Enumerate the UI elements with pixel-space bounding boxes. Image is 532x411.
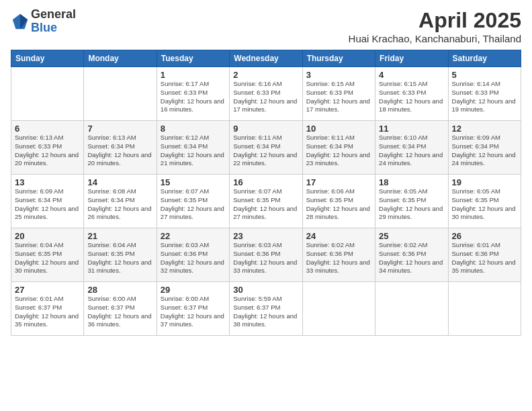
calendar-cell: 30Sunrise: 5:59 AM Sunset: 6:37 PM Dayli…: [230, 282, 302, 336]
day-number: 3: [306, 70, 371, 80]
day-number: 19: [452, 177, 517, 187]
day-info: Sunrise: 6:06 AM Sunset: 6:35 PM Dayligh…: [306, 187, 371, 222]
day-info: Sunrise: 6:12 AM Sunset: 6:34 PM Dayligh…: [161, 134, 226, 168]
calendar-cell: 28Sunrise: 6:00 AM Sunset: 6:37 PM Dayli…: [84, 282, 157, 336]
day-number: 9: [233, 124, 298, 134]
calendar-cell: 21Sunrise: 6:04 AM Sunset: 6:35 PM Dayli…: [84, 228, 157, 282]
calendar-cell: 15Sunrise: 6:07 AM Sunset: 6:35 PM Dayli…: [157, 175, 229, 228]
calendar-cell: 26Sunrise: 6:01 AM Sunset: 6:36 PM Dayli…: [448, 228, 521, 282]
day-number: 28: [87, 285, 152, 295]
calendar-week-3: 13Sunrise: 6:09 AM Sunset: 6:34 PM Dayli…: [11, 175, 521, 228]
weekday-header-sunday: Sunday: [11, 50, 84, 67]
calendar-cell: 8Sunrise: 6:12 AM Sunset: 6:34 PM Daylig…: [157, 121, 229, 175]
day-info: Sunrise: 6:01 AM Sunset: 6:36 PM Dayligh…: [452, 241, 517, 275]
calendar-cell: 11Sunrise: 6:10 AM Sunset: 6:34 PM Dayli…: [375, 121, 448, 175]
calendar-cell: 14Sunrise: 6:08 AM Sunset: 6:34 PM Dayli…: [84, 175, 157, 228]
calendar-cell: 9Sunrise: 6:11 AM Sunset: 6:34 PM Daylig…: [230, 121, 302, 175]
day-info: Sunrise: 6:17 AM Sunset: 6:33 PM Dayligh…: [161, 80, 226, 114]
day-info: Sunrise: 6:09 AM Sunset: 6:34 PM Dayligh…: [15, 187, 80, 222]
calendar-cell: 13Sunrise: 6:09 AM Sunset: 6:34 PM Dayli…: [11, 175, 84, 228]
day-info: Sunrise: 6:00 AM Sunset: 6:37 PM Dayligh…: [161, 295, 226, 329]
calendar-week-4: 20Sunrise: 6:04 AM Sunset: 6:35 PM Dayli…: [11, 228, 521, 282]
day-number: 29: [161, 285, 226, 295]
calendar-cell: 12Sunrise: 6:09 AM Sunset: 6:34 PM Dayli…: [448, 121, 521, 175]
day-number: 7: [87, 124, 152, 134]
calendar-cell: 29Sunrise: 6:00 AM Sunset: 6:37 PM Dayli…: [157, 282, 229, 336]
day-number: 25: [379, 231, 444, 241]
day-info: Sunrise: 6:13 AM Sunset: 6:33 PM Dayligh…: [15, 134, 80, 168]
calendar-cell: 17Sunrise: 6:06 AM Sunset: 6:35 PM Dayli…: [302, 175, 375, 228]
day-info: Sunrise: 6:13 AM Sunset: 6:34 PM Dayligh…: [87, 134, 152, 168]
day-info: Sunrise: 6:05 AM Sunset: 6:35 PM Dayligh…: [452, 187, 517, 222]
day-number: 16: [233, 177, 298, 187]
calendar-cell: 18Sunrise: 6:05 AM Sunset: 6:35 PM Dayli…: [375, 175, 448, 228]
calendar-cell: [84, 67, 157, 121]
location-title: Huai Krachao, Kanchanaburi, Thailand: [349, 33, 521, 44]
day-info: Sunrise: 6:07 AM Sunset: 6:35 PM Dayligh…: [161, 187, 226, 222]
calendar-cell: 16Sunrise: 6:07 AM Sunset: 6:35 PM Dayli…: [230, 175, 302, 228]
day-info: Sunrise: 6:11 AM Sunset: 6:34 PM Dayligh…: [233, 134, 298, 168]
calendar-cell: 23Sunrise: 6:03 AM Sunset: 6:36 PM Dayli…: [230, 228, 302, 282]
day-info: Sunrise: 6:04 AM Sunset: 6:35 PM Dayligh…: [15, 241, 80, 275]
day-number: 12: [452, 124, 517, 134]
day-info: Sunrise: 6:11 AM Sunset: 6:34 PM Dayligh…: [306, 134, 371, 168]
day-info: Sunrise: 5:59 AM Sunset: 6:37 PM Dayligh…: [233, 295, 298, 329]
calendar-cell: 1Sunrise: 6:17 AM Sunset: 6:33 PM Daylig…: [157, 67, 229, 121]
calendar-cell: 22Sunrise: 6:03 AM Sunset: 6:36 PM Dayli…: [157, 228, 229, 282]
calendar-cell: 6Sunrise: 6:13 AM Sunset: 6:33 PM Daylig…: [11, 121, 84, 175]
day-number: 20: [15, 231, 80, 241]
day-info: Sunrise: 6:03 AM Sunset: 6:36 PM Dayligh…: [161, 241, 226, 275]
day-number: 6: [15, 124, 80, 134]
calendar-cell: [375, 282, 448, 336]
day-info: Sunrise: 6:02 AM Sunset: 6:36 PM Dayligh…: [306, 241, 371, 275]
logo-general-text: General: [31, 8, 76, 21]
calendar-week-1: 1Sunrise: 6:17 AM Sunset: 6:33 PM Daylig…: [11, 67, 521, 121]
day-info: Sunrise: 6:04 AM Sunset: 6:35 PM Dayligh…: [87, 241, 152, 275]
day-number: 24: [306, 231, 371, 241]
day-info: Sunrise: 6:16 AM Sunset: 6:33 PM Dayligh…: [233, 80, 298, 114]
day-number: 27: [15, 285, 80, 295]
day-info: Sunrise: 6:09 AM Sunset: 6:34 PM Dayligh…: [452, 134, 517, 168]
calendar-cell: 5Sunrise: 6:14 AM Sunset: 6:33 PM Daylig…: [448, 67, 521, 121]
calendar-week-5: 27Sunrise: 6:01 AM Sunset: 6:37 PM Dayli…: [11, 282, 521, 336]
logo-blue-text: Blue: [31, 21, 76, 35]
day-number: 30: [233, 285, 298, 295]
day-info: Sunrise: 6:15 AM Sunset: 6:33 PM Dayligh…: [379, 80, 444, 114]
calendar-body: 1Sunrise: 6:17 AM Sunset: 6:33 PM Daylig…: [11, 67, 521, 336]
title-area: April 2025 Huai Krachao, Kanchanaburi, T…: [349, 8, 521, 44]
day-number: 22: [161, 231, 226, 241]
calendar-cell: 20Sunrise: 6:04 AM Sunset: 6:35 PM Dayli…: [11, 228, 84, 282]
day-number: 26: [452, 231, 517, 241]
calendar-cell: [11, 67, 84, 121]
day-number: 5: [452, 70, 517, 80]
weekday-header-monday: Monday: [84, 50, 157, 67]
calendar-cell: 3Sunrise: 6:15 AM Sunset: 6:33 PM Daylig…: [302, 67, 375, 121]
calendar-cell: 7Sunrise: 6:13 AM Sunset: 6:34 PM Daylig…: [84, 121, 157, 175]
day-number: 15: [161, 177, 226, 187]
day-info: Sunrise: 6:07 AM Sunset: 6:35 PM Dayligh…: [233, 187, 298, 222]
day-number: 10: [306, 124, 371, 134]
day-info: Sunrise: 6:14 AM Sunset: 6:33 PM Dayligh…: [452, 80, 517, 114]
day-info: Sunrise: 6:05 AM Sunset: 6:35 PM Dayligh…: [379, 187, 444, 222]
day-number: 18: [379, 177, 444, 187]
logo-icon: [11, 12, 30, 31]
calendar-week-2: 6Sunrise: 6:13 AM Sunset: 6:33 PM Daylig…: [11, 121, 521, 175]
month-title: April 2025: [349, 8, 521, 33]
calendar-header-row: SundayMondayTuesdayWednesdayThursdayFrid…: [11, 50, 521, 67]
calendar-cell: 2Sunrise: 6:16 AM Sunset: 6:33 PM Daylig…: [230, 67, 302, 121]
day-info: Sunrise: 6:02 AM Sunset: 6:36 PM Dayligh…: [379, 241, 444, 275]
day-number: 14: [87, 177, 152, 187]
day-number: 11: [379, 124, 444, 134]
weekday-header-wednesday: Wednesday: [230, 50, 302, 67]
logo: General Blue: [11, 8, 76, 35]
calendar-cell: 4Sunrise: 6:15 AM Sunset: 6:33 PM Daylig…: [375, 67, 448, 121]
calendar-cell: 24Sunrise: 6:02 AM Sunset: 6:36 PM Dayli…: [302, 228, 375, 282]
calendar-cell: 27Sunrise: 6:01 AM Sunset: 6:37 PM Dayli…: [11, 282, 84, 336]
day-info: Sunrise: 6:10 AM Sunset: 6:34 PM Dayligh…: [379, 134, 444, 168]
weekday-header-friday: Friday: [375, 50, 448, 67]
day-number: 1: [161, 70, 226, 80]
day-info: Sunrise: 6:00 AM Sunset: 6:37 PM Dayligh…: [87, 295, 152, 329]
day-number: 4: [379, 70, 444, 80]
calendar: SundayMondayTuesdayWednesdayThursdayFrid…: [11, 50, 521, 336]
weekday-header-tuesday: Tuesday: [157, 50, 229, 67]
